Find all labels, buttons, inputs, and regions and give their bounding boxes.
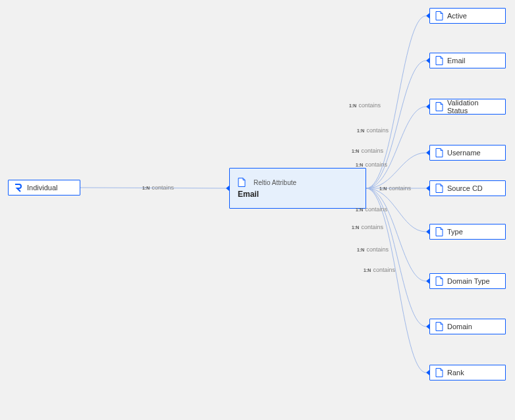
edge-label: 1:Ncontains bbox=[349, 102, 381, 109]
edge-cardinality: 1:N bbox=[349, 103, 356, 108]
document-icon bbox=[435, 322, 443, 331]
edge-relation: contains bbox=[366, 246, 389, 253]
edge-cardinality: 1:N bbox=[356, 207, 363, 212]
attribute-node[interactable]: Type bbox=[429, 224, 506, 240]
node-label: Source CD bbox=[447, 184, 483, 192]
attribute-node[interactable]: Validation Status bbox=[429, 99, 506, 115]
edge-label: 1:Ncontains bbox=[352, 224, 383, 230]
edge-cardinality: 1:N bbox=[379, 186, 387, 191]
edge-relation: contains bbox=[365, 206, 387, 213]
edge-relation: contains bbox=[361, 224, 383, 230]
document-icon bbox=[435, 102, 443, 111]
reltio-logo-icon bbox=[14, 183, 23, 192]
node-label: Username bbox=[447, 149, 481, 157]
edge-label: 1:Ncontains bbox=[352, 147, 383, 154]
edge-label: 1:Ncontains bbox=[142, 184, 174, 191]
attribute-node[interactable]: Username bbox=[429, 145, 506, 161]
document-icon bbox=[435, 184, 443, 193]
entity-node-individual[interactable]: Individual bbox=[8, 180, 80, 196]
attribute-node[interactable]: Domain bbox=[429, 319, 506, 334]
node-label: Domain bbox=[447, 323, 472, 330]
edge-cardinality: 1:N bbox=[357, 128, 364, 133]
node-label: Email bbox=[447, 57, 466, 65]
edge-relation: contains bbox=[389, 185, 411, 192]
document-icon bbox=[435, 368, 443, 377]
edge-label: 1:Ncontains bbox=[356, 161, 387, 168]
edge-label: 1:Ncontains bbox=[357, 246, 389, 253]
edge-label: 1:Ncontains bbox=[364, 267, 395, 273]
edge-relation: contains bbox=[373, 267, 395, 273]
node-label: Rank bbox=[447, 369, 464, 377]
attribute-node[interactable]: Email bbox=[429, 53, 506, 68]
edge-label: 1:Ncontains bbox=[356, 206, 387, 213]
node-subtitle-row: Reltio Attribute bbox=[238, 178, 296, 187]
attribute-node[interactable]: Source CD bbox=[429, 180, 506, 196]
edge-cardinality: 1:N bbox=[142, 186, 149, 190]
edge-label: 1:Ncontains bbox=[357, 127, 389, 134]
document-icon bbox=[435, 148, 443, 157]
edge-relation: contains bbox=[366, 127, 389, 134]
edge-cardinality: 1:N bbox=[352, 225, 359, 230]
node-label: Validation Status bbox=[447, 99, 500, 115]
document-icon bbox=[435, 227, 443, 236]
edge-cardinality: 1:N bbox=[352, 149, 359, 153]
attribute-node[interactable]: Active bbox=[429, 8, 506, 24]
document-icon bbox=[435, 56, 443, 65]
node-subtitle: Reltio Attribute bbox=[254, 179, 296, 186]
node-label: Domain Type bbox=[447, 277, 490, 285]
diagram-canvas: Individual Reltio Attribute Email Active… bbox=[0, 0, 515, 420]
edge-relation: contains bbox=[151, 184, 174, 191]
edge-label: 1:Ncontains bbox=[379, 185, 411, 192]
node-label: Type bbox=[447, 228, 463, 236]
edge-relation: contains bbox=[365, 161, 387, 168]
edge-cardinality: 1:N bbox=[356, 163, 363, 167]
attribute-node[interactable]: Domain Type bbox=[429, 273, 506, 289]
document-icon bbox=[238, 178, 246, 187]
attribute-node-email[interactable]: Reltio Attribute Email bbox=[229, 168, 366, 209]
node-title: Email bbox=[238, 190, 259, 199]
edge-relation: contains bbox=[361, 147, 383, 154]
document-icon bbox=[435, 11, 443, 20]
node-label: Active bbox=[447, 12, 467, 20]
edge-cardinality: 1:N bbox=[357, 248, 364, 252]
edge-cardinality: 1:N bbox=[364, 268, 371, 273]
document-icon bbox=[435, 276, 443, 286]
node-label: Individual bbox=[27, 184, 57, 192]
edge-relation: contains bbox=[358, 102, 381, 109]
attribute-node[interactable]: Rank bbox=[429, 365, 506, 381]
